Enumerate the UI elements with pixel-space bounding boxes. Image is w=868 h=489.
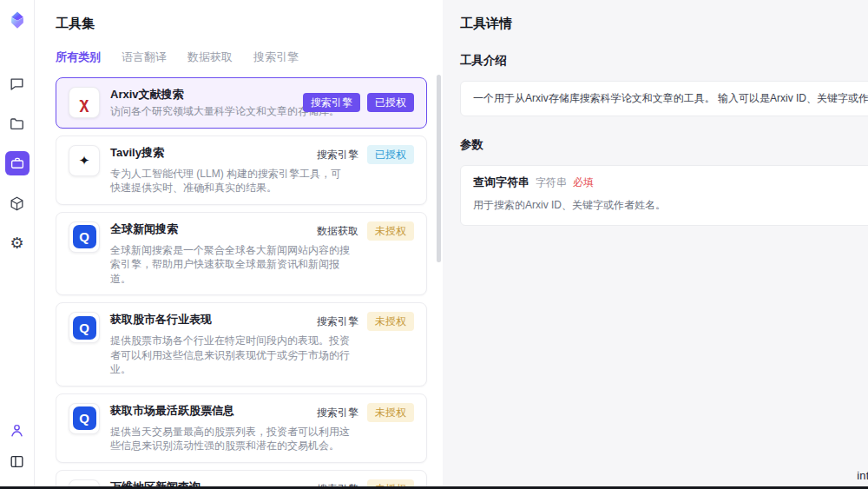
auth-status-badge: 未授权 <box>367 312 414 331</box>
panel-icon <box>9 453 25 470</box>
sidebar: ⚙ <box>0 0 35 489</box>
tool-list-panel: 工具集 所有类别 语言翻译 数据获取 搜索引擎 χ Arxiv文献搜索 访问各个… <box>35 0 443 489</box>
tool-card-global-news[interactable]: Q 全球新闻搜索 数据获取 未授权 全球新闻搜索是一个聚合全球各大新闻网站内容的… <box>56 212 427 296</box>
intel-core-logo: intel CORE <box>857 469 868 482</box>
page-title: 工具集 <box>56 16 443 32</box>
intel-wordmark: intel <box>857 469 868 482</box>
tool-icon-box: χ <box>69 87 100 118</box>
sidebar-item-chat[interactable] <box>5 71 30 96</box>
category-badge: 搜索引擎 <box>303 93 360 112</box>
tool-card-tavily[interactable]: ✦ Tavily搜索 搜索引擎 已授权 专为人工智能代理 (LLM) 构建的搜索… <box>56 135 427 205</box>
tool-card-title: 获取股市各行业表现 <box>110 312 212 327</box>
auth-status-badge: 已授权 <box>367 93 414 112</box>
briefcase-icon <box>10 155 25 171</box>
tab-data-fetch[interactable]: 数据获取 <box>187 50 233 65</box>
param-name: 查询字符串 <box>473 175 529 190</box>
auth-status-badge: 未授权 <box>367 221 414 241</box>
detail-title: 工具详情 <box>460 16 868 32</box>
param-required-flag: 必填 <box>573 175 594 190</box>
category-badge: 搜索引擎 <box>315 403 360 422</box>
chat-icon <box>9 76 25 92</box>
tool-card-desc: 专为人工智能代理 (LLM) 构建的搜索引擎工具，可快速提供实时、准确和真实的结… <box>110 167 350 195</box>
category-badge: 数据获取 <box>315 221 360 241</box>
intro-section-title: 工具介绍 <box>460 53 868 69</box>
tool-card-title: 获取市场最活跃股票信息 <box>110 403 234 418</box>
sidebar-nav: ⚙ <box>5 71 30 255</box>
sidebar-item-plugins[interactable] <box>5 191 30 215</box>
sidebar-bottom <box>5 418 30 473</box>
tool-card-desc: 提供当天交易量最高的股票列表，投资者可以利用这些信息来识别流动性强的股票和潜在的… <box>110 425 350 453</box>
sparkle-icon: ✦ <box>79 154 90 167</box>
sidebar-item-files[interactable] <box>5 111 30 135</box>
tool-detail-panel: 工具详情 工具介绍 一个用于从Arxiv存储库搜索科学论文和文章的工具。 输入可… <box>443 0 868 489</box>
stock-logo-icon: Q <box>73 316 96 340</box>
tool-card-list: χ Arxiv文献搜索 访问各个研究领域大量科学论文和文章的存储库。 搜索引擎 … <box>56 77 443 489</box>
sidebar-item-tools[interactable] <box>5 151 30 175</box>
intro-card: 一个用于从Arxiv存储库搜索科学论文和文章的工具。 输入可以是Arxiv ID… <box>460 81 868 116</box>
folder-icon <box>9 116 25 132</box>
tool-icon-box: Q <box>69 403 100 434</box>
gear-icon: ⚙ <box>10 235 23 251</box>
tool-card-title: Arxiv文献搜索 <box>110 87 184 102</box>
news-logo-icon: Q <box>73 225 96 248</box>
tool-icon-box: Q <box>69 221 100 253</box>
stock-logo-icon: Q <box>73 406 96 430</box>
app-logo-icon <box>8 10 27 30</box>
auth-status-badge: 已授权 <box>367 145 414 164</box>
sidebar-item-settings[interactable]: ⚙ <box>5 231 30 255</box>
tool-card-desc: 提供股票市场各个行业在特定时间段内的表现。投资者可以利用这些信息来识别表现优于或… <box>110 334 350 377</box>
param-card: 查询字符串 字符串 必填 用于搜索的Arxiv ID、关键字或作者姓名。 <box>460 165 868 226</box>
tool-icon-box: Q <box>69 312 100 343</box>
param-desc: 用于搜索的Arxiv ID、关键字或作者姓名。 <box>473 198 868 216</box>
tool-card-title: 全球新闻搜索 <box>110 221 178 236</box>
tab-all-categories[interactable]: 所有类别 <box>56 50 101 65</box>
package-icon <box>9 195 25 212</box>
params-section-title: 参数 <box>460 137 868 153</box>
category-badge: 搜索引擎 <box>315 145 360 164</box>
tool-card-arxiv[interactable]: χ Arxiv文献搜索 访问各个研究领域大量科学论文和文章的存储库。 搜索引擎 … <box>56 77 427 129</box>
tool-icon-box: ✦ <box>69 145 100 176</box>
category-badge: 搜索引擎 <box>315 312 360 331</box>
tab-search-engine[interactable]: 搜索引擎 <box>253 50 299 65</box>
user-icon <box>9 422 25 439</box>
tool-card-sector-performance[interactable]: Q 获取股市各行业表现 搜索引擎 未授权 提供股票市场各个行业在特定时间段内的表… <box>56 302 427 387</box>
tool-card-title: Tavily搜索 <box>110 145 164 160</box>
category-tabs: 所有类别 语言翻译 数据获取 搜索引擎 <box>56 50 443 65</box>
tab-translation[interactable]: 语言翻译 <box>122 50 167 65</box>
scrollbar[interactable] <box>437 75 441 262</box>
sidebar-item-user[interactable] <box>5 418 30 442</box>
sidebar-item-panel-toggle[interactable] <box>5 449 30 473</box>
tool-card-desc: 全球新闻搜索是一个聚合全球各大新闻网站内容的搜索引擎，帮助用户快速获取全球最新资… <box>110 243 350 287</box>
intro-text: 一个用于从Arxiv存储库搜索科学论文和文章的工具。 输入可以是Arxiv ID… <box>473 92 868 104</box>
arxiv-x-icon: χ <box>80 95 89 111</box>
app-window: ⚙ 工 <box>0 0 868 489</box>
auth-status-badge: 未授权 <box>367 403 414 422</box>
param-type: 字符串 <box>536 175 567 190</box>
tool-card-active-stocks[interactable]: Q 获取市场最活跃股票信息 搜索引擎 未授权 提供当天交易量最高的股票列表，投资… <box>56 393 427 463</box>
